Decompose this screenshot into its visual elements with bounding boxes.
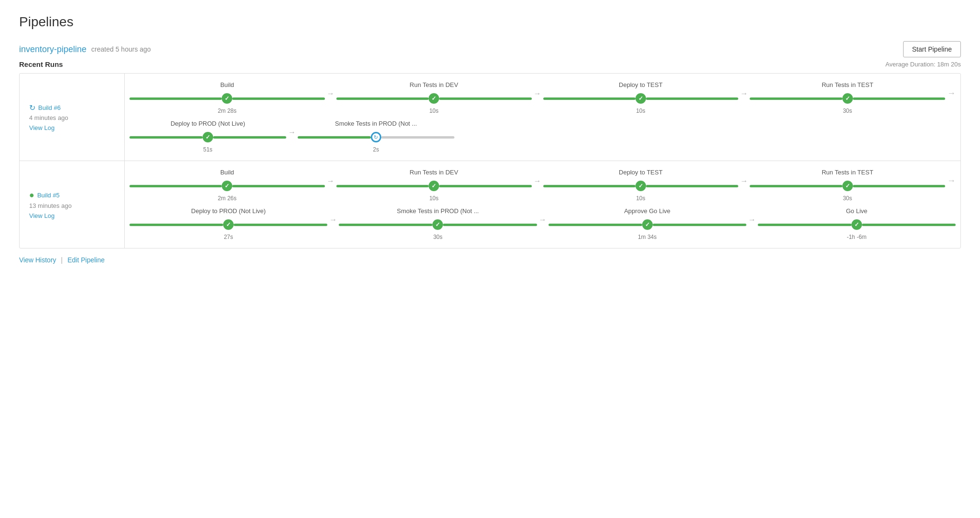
build5-row1: Build ✓ 2m 26s → Run Tests in DEV ✓ [129, 169, 956, 202]
stage-approve-go-live-b5-circle: ✓ [642, 219, 653, 230]
stage-run-tests-test: Run Tests in TEST ✓ 30s [750, 81, 945, 114]
build5-time: 13 minutes ago [29, 202, 72, 209]
stage-run-tests-test-visual: ✓ [750, 92, 945, 105]
stage-smoke-test-b6-label: Smoke Tests in PROD (Not ... [335, 120, 417, 127]
runs-container: ↻ Build #6 4 minutes ago View Log Build … [19, 73, 961, 248]
build6-view-log[interactable]: View Log [29, 124, 54, 131]
stage-run-tests-dev-b5-circle: ✓ [429, 181, 439, 191]
stage-deploy-test-visual: ✓ [543, 92, 739, 105]
build5-link[interactable]: Build #5 [37, 192, 60, 199]
stage-build-label: Build [220, 81, 234, 88]
arrow-b5-1: → [325, 177, 336, 185]
stage-deploy-test-b5-visual: ✓ [543, 180, 739, 192]
stage-build-b5-visual: ✓ [129, 180, 325, 192]
stage-deploy-prod-b6-circle: ✓ [203, 132, 213, 142]
pipeline-created-meta: created 5 hours ago [91, 45, 151, 53]
stage-run-tests-test-duration: 30s [843, 108, 852, 114]
trailing-arrow-1: → [945, 88, 956, 98]
stage-deploy-prod-b6-duration: 51s [203, 146, 212, 153]
stage-go-live-b5-circle: ✓ [851, 219, 862, 230]
pipeline-name-row: inventory-pipeline created 5 hours ago [19, 44, 151, 54]
build5-stages-area: Build ✓ 2m 26s → Run Tests in DEV ✓ [125, 161, 960, 248]
stage-deploy-test-b5-duration: 10s [636, 195, 645, 202]
stage-deploy-prod-b6: Deploy to PROD (Not Live) ✓ 51s [129, 120, 286, 153]
pipeline-name: inventory-pipeline [19, 44, 86, 54]
arrow-1: → [325, 89, 336, 98]
arrow-3: → [738, 89, 750, 98]
stage-deploy-test: Deploy to TEST ✓ 10s [543, 81, 739, 114]
stage-run-tests-dev-label: Run Tests in DEV [409, 81, 458, 88]
run-row-build5: ● Build #5 13 minutes ago View Log Build… [20, 161, 960, 248]
arrow-b5-2: → [532, 177, 543, 185]
stage-run-tests-dev: Run Tests in DEV ✓ 10s [336, 81, 532, 114]
run-title-build6: ↻ Build #6 [29, 103, 61, 112]
run-info-build5: ● Build #5 13 minutes ago View Log [20, 161, 125, 248]
stage-deploy-test-b5: Deploy to TEST ✓ 10s [543, 169, 739, 202]
build6-link[interactable]: Build #6 [38, 104, 61, 111]
arrow-b5-5: → [537, 216, 549, 224]
start-pipeline-button[interactable]: Start Pipeline [903, 41, 961, 57]
arrow-2: → [532, 89, 543, 98]
stage-build-b5-circle: ✓ [222, 181, 232, 191]
stage-build-visual: ✓ [129, 92, 325, 105]
stage-run-tests-dev-circle: ✓ [429, 93, 439, 104]
stage-run-tests-test-b5-visual: ✓ [750, 180, 945, 192]
stage-smoke-test-b6-visual: ↻ [298, 131, 454, 143]
stage-deploy-test-b5-label: Deploy to TEST [619, 169, 663, 176]
stage-smoke-test-b6: Smoke Tests in PROD (Not ... ↻ 2s [298, 120, 454, 153]
stage-deploy-test-duration: 10s [636, 108, 645, 114]
build5-row2: Deploy to PROD (Not Live) ✓ 27s → Smoke … [129, 207, 956, 240]
stage-run-tests-test-b5-duration: 30s [843, 195, 852, 202]
stage-deploy-prod-b5-label: Deploy to PROD (Not Live) [191, 207, 266, 215]
edit-pipeline-link[interactable]: Edit Pipeline [67, 256, 105, 264]
stage-deploy-test-label: Deploy to TEST [619, 81, 663, 88]
stage-go-live-b5-duration: -1h -6m [847, 234, 866, 240]
stage-deploy-test-circle: ✓ [635, 93, 646, 104]
footer-separator: | [61, 256, 63, 264]
stage-approve-go-live-b5-label: Approve Go Live [624, 207, 670, 215]
arrow-b5-6: → [746, 216, 758, 224]
pipeline-header: inventory-pipeline created 5 hours ago S… [19, 41, 961, 57]
stage-go-live-b5-visual: ✓ [758, 218, 956, 231]
stage-run-tests-dev-b5-duration: 10s [429, 195, 438, 202]
build6-row2: Deploy to PROD (Not Live) ✓ 51s → Smoke … [129, 120, 956, 153]
stage-smoke-test-b5-circle: ✓ [432, 219, 443, 230]
stage-go-live-b5-label: Go Live [846, 207, 867, 215]
stage-build-b5-duration: 2m 26s [218, 195, 237, 202]
stage-smoke-test-b6-duration: 2s [373, 146, 379, 153]
stage-approve-go-live-b5-duration: 1m 34s [638, 234, 657, 240]
stage-deploy-prod-b5-circle: ✓ [223, 219, 234, 230]
stage-run-tests-test-b5-label: Run Tests in TEST [822, 169, 873, 176]
stage-deploy-prod-b6-label: Deploy to PROD (Not Live) [171, 120, 245, 127]
stage-run-tests-dev-b5: Run Tests in DEV ✓ 10s [336, 169, 532, 202]
arrow-b5-4: → [327, 216, 339, 224]
stage-smoke-test-b5-visual: ✓ [339, 218, 537, 231]
arrow-4: → [286, 128, 298, 137]
stage-run-tests-test-circle: ✓ [842, 93, 853, 104]
stage-build-duration: 2m 28s [218, 108, 237, 114]
success-icon: ● [29, 190, 34, 200]
stage-deploy-prod-b5-duration: 27s [224, 234, 233, 240]
stage-run-tests-test-b5: Run Tests in TEST ✓ 30s [750, 169, 945, 202]
stage-run-tests-test-label: Run Tests in TEST [822, 81, 873, 88]
avg-duration: Average Duration: 18m 20s [885, 61, 961, 68]
view-history-link[interactable]: View History [19, 256, 56, 264]
stage-deploy-prod-b6-visual: ✓ [129, 131, 286, 143]
stage-smoke-test-b5-label: Smoke Tests in PROD (Not ... [397, 207, 479, 215]
page-title: Pipelines [19, 14, 961, 30]
stage-smoke-test-b5-duration: 30s [433, 234, 442, 240]
stage-go-live-b5: Go Live ✓ -1h -6m [758, 207, 956, 240]
stage-build-b5-label: Build [220, 169, 234, 176]
trailing-arrow-b5: → [945, 176, 956, 186]
build6-row1: Build ✓ 2m 28s → Run Tests in DEV ✓ [129, 81, 956, 114]
stage-approve-go-live-b5-visual: ✓ [549, 218, 746, 231]
stage-deploy-test-b5-circle: ✓ [635, 181, 646, 191]
footer-links: View History | Edit Pipeline [19, 256, 961, 264]
stage-deploy-prod-b5-visual: ✓ [129, 218, 327, 231]
stage-smoke-test-b5: Smoke Tests in PROD (Not ... ✓ 30s [339, 207, 537, 240]
stage-run-tests-dev-visual: ✓ [336, 92, 532, 105]
stage-run-tests-dev-b5-visual: ✓ [336, 180, 532, 192]
stage-deploy-prod-b5: Deploy to PROD (Not Live) ✓ 27s [129, 207, 327, 240]
arrow-b5-3: → [738, 177, 750, 185]
build5-view-log[interactable]: View Log [29, 212, 54, 219]
